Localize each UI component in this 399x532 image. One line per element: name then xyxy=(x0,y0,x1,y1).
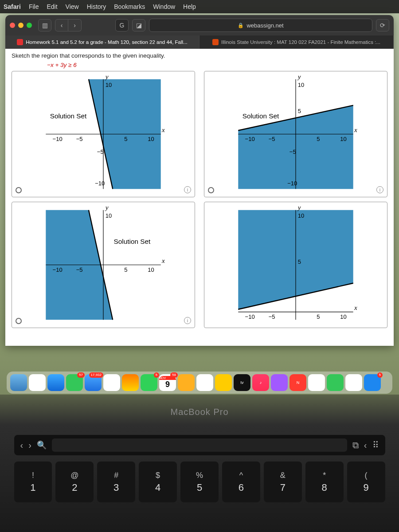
podcasts-icon[interactable] xyxy=(271,374,288,391)
numbers-icon[interactable] xyxy=(327,374,344,391)
svg-text:5: 5 xyxy=(124,266,127,273)
info-icon[interactable]: i xyxy=(376,186,383,193)
key-1[interactable]: !1 xyxy=(14,462,52,502)
maps-icon[interactable] xyxy=(103,374,120,391)
svg-text:Solution Set: Solution Set xyxy=(50,112,87,120)
app-name[interactable]: Safari xyxy=(4,3,21,10)
radio-b[interactable] xyxy=(208,187,214,193)
key-4[interactable]: $4 xyxy=(139,462,177,502)
svg-text:5: 5 xyxy=(298,258,301,265)
key-9[interactable]: (9 xyxy=(347,462,385,502)
favicon-icon xyxy=(212,39,219,45)
touchbar-more-icon[interactable]: ⠿ xyxy=(372,440,379,450)
finder-icon[interactable] xyxy=(10,374,27,391)
contacts-icon[interactable] xyxy=(178,374,195,391)
reload-button[interactable]: ⟳ xyxy=(376,19,389,31)
radio-a[interactable] xyxy=(16,187,22,193)
svg-text:y: y xyxy=(297,203,301,211)
svg-text:−10: −10 xyxy=(245,313,255,320)
music-icon[interactable]: ♪ xyxy=(252,374,269,391)
sidebar-toggle-button[interactable]: ▥ xyxy=(38,19,51,31)
svg-text:10: 10 xyxy=(298,82,304,88)
touchbar-copy-icon[interactable]: ⧉ xyxy=(352,440,359,450)
svg-text:5: 5 xyxy=(124,136,127,142)
messages-icon[interactable]: 57 xyxy=(66,374,83,391)
key-3[interactable]: #3 xyxy=(97,462,135,502)
forward-button[interactable]: › xyxy=(68,19,82,31)
choice-a[interactable]: y x 10 −5 −10 −10 −5 5 10 Solution Set i xyxy=(12,71,195,197)
choice-d[interactable]: y x 10 5 −10 −5 5 10 xyxy=(204,202,387,328)
svg-text:Solution Set: Solution Set xyxy=(243,112,279,120)
svg-text:10: 10 xyxy=(340,136,346,142)
menu-view[interactable]: View xyxy=(66,3,79,10)
launchpad-icon[interactable] xyxy=(29,374,46,391)
menu-history[interactable]: History xyxy=(87,3,106,10)
appletv-icon[interactable]: tv xyxy=(234,374,250,391)
touchbar-back-icon[interactable]: ‹ xyxy=(20,440,23,450)
mail-icon[interactable]: 17,932 xyxy=(85,374,102,391)
tab-isu[interactable]: Illinois State University : MAT 120 022 … xyxy=(200,35,394,49)
key-2[interactable]: @2 xyxy=(55,462,94,502)
minimize-window-button[interactable] xyxy=(18,23,23,28)
svg-text:10: 10 xyxy=(148,136,154,142)
svg-text:−5: −5 xyxy=(269,313,275,320)
touchbar-strip[interactable] xyxy=(52,438,347,452)
plot-d: y x 10 5 −10 −5 5 10 xyxy=(204,202,387,328)
address-text: webassign.net xyxy=(246,22,283,29)
key-7[interactable]: &7 xyxy=(264,462,302,502)
svg-text:−5: −5 xyxy=(97,149,104,155)
plot-b: y x 10 5 −5 −10 −10 −5 5 10 Solution Set xyxy=(204,71,387,197)
notes-icon[interactable] xyxy=(215,374,232,391)
choice-c[interactable]: y x 10 −10 −5 5 10 Solution Set i xyxy=(12,202,195,328)
search-icon[interactable]: 🔍 xyxy=(37,440,47,450)
radio-c[interactable] xyxy=(16,318,22,324)
menu-file[interactable]: File xyxy=(29,3,39,10)
key-8[interactable]: *8 xyxy=(305,462,344,502)
calendar-icon[interactable]: NOV 9 58 xyxy=(159,374,176,391)
window-controls xyxy=(10,23,32,28)
keynote-icon[interactable] xyxy=(308,374,325,391)
photos-icon[interactable] xyxy=(122,374,139,391)
back-button[interactable]: ‹ xyxy=(55,19,68,31)
tab-homework[interactable]: Homework 5.1 and 5.2 for a grade - Math … xyxy=(5,35,200,49)
lock-icon: 🔒 xyxy=(238,23,244,28)
site-settings-button[interactable]: G xyxy=(115,19,129,31)
reminders-icon[interactable] xyxy=(196,374,213,391)
choice-b[interactable]: y x 10 5 −5 −10 −10 −5 5 10 Solution Set… xyxy=(204,71,387,197)
menu-edit[interactable]: Edit xyxy=(47,3,57,10)
privacy-report-button[interactable]: ◪ xyxy=(132,19,145,31)
pages-icon[interactable] xyxy=(345,374,362,391)
safari-window: ▥ ‹ › G ◪ 🔒 webassign.net ⟳ Homework 5.1… xyxy=(5,15,394,346)
svg-text:y: y xyxy=(105,203,109,211)
svg-text:x: x xyxy=(161,257,165,264)
menu-help[interactable]: Help xyxy=(183,3,196,10)
appstore-icon[interactable]: 5 xyxy=(364,374,381,391)
info-icon[interactable]: i xyxy=(184,317,191,324)
svg-text:5: 5 xyxy=(317,313,320,320)
svg-text:x: x xyxy=(354,126,357,133)
plot-c: y x 10 −10 −5 5 10 Solution Set xyxy=(12,202,195,328)
key-5[interactable]: %5 xyxy=(180,462,219,502)
info-icon[interactable]: i xyxy=(184,186,191,193)
address-bar[interactable]: 🔒 webassign.net xyxy=(149,19,372,32)
touchbar-forward-icon[interactable]: › xyxy=(28,440,31,450)
svg-text:−10: −10 xyxy=(245,136,255,142)
svg-text:−10: −10 xyxy=(53,136,63,142)
svg-text:5: 5 xyxy=(298,108,301,114)
svg-text:−5: −5 xyxy=(289,149,296,155)
svg-text:x: x xyxy=(354,304,357,311)
macos-dock: 57 17,932 5 NOV 9 58 tv ♪ N 5 xyxy=(7,372,392,394)
touchbar-chevron-icon[interactable]: ‹ xyxy=(364,440,367,450)
inequality-expression: −x + 3y ≥ 6 xyxy=(47,62,77,68)
svg-text:10: 10 xyxy=(298,212,304,219)
fullscreen-window-button[interactable] xyxy=(27,23,32,28)
news-icon[interactable]: N xyxy=(289,374,306,391)
facetime-icon[interactable]: 5 xyxy=(141,374,157,391)
close-window-button[interactable] xyxy=(10,23,15,28)
touch-bar: ‹ › 🔍 ⧉ ‹ ⠿ xyxy=(14,435,385,455)
key-6[interactable]: ^6 xyxy=(222,462,260,502)
menu-window[interactable]: Window xyxy=(153,3,175,10)
page-content: Sketch the region that corresponds to th… xyxy=(5,49,394,346)
menu-bookmarks[interactable]: Bookmarks xyxy=(114,3,145,10)
safari-icon[interactable] xyxy=(47,374,64,391)
